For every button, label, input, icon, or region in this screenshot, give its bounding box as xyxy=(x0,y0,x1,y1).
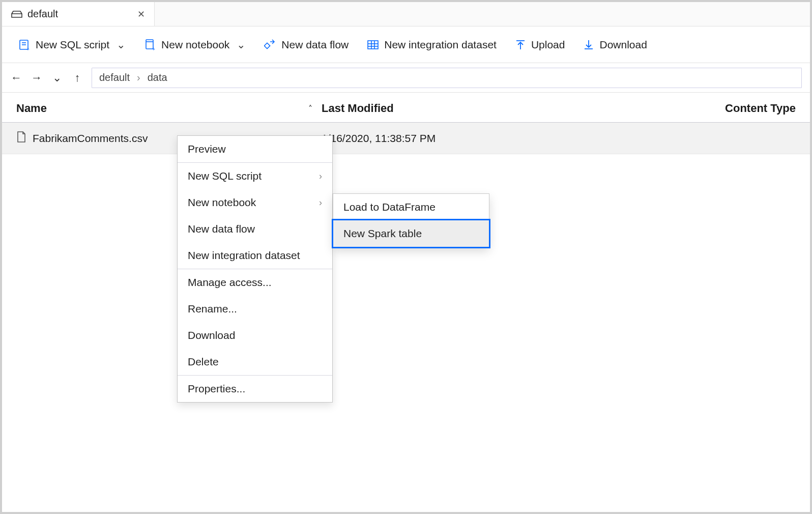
menu-new-integration-dataset[interactable]: New integration dataset xyxy=(178,242,332,269)
upload-button[interactable]: Upload xyxy=(515,39,565,51)
menu-manage-access[interactable]: Manage access... xyxy=(178,269,332,296)
up-button[interactable]: ↑ xyxy=(71,71,83,84)
menu-preview[interactable]: Preview xyxy=(178,136,332,162)
new-integration-dataset-button[interactable]: New integration dataset xyxy=(367,39,497,51)
new-sql-label: New SQL script xyxy=(36,39,109,51)
chevron-right-icon: › xyxy=(137,72,140,83)
tab-bar: default ✕ xyxy=(2,2,810,26)
submenu-new-spark-label: New Spark table xyxy=(343,227,422,239)
notebook-icon: + xyxy=(144,39,156,51)
breadcrumb-segment[interactable]: default xyxy=(99,72,130,83)
forward-button[interactable]: → xyxy=(31,71,43,84)
column-name-label: Name xyxy=(16,102,47,115)
menu-new-integration-label: New integration dataset xyxy=(188,249,300,262)
column-header-name[interactable]: Name ˄ xyxy=(16,102,322,115)
tab-label: default xyxy=(27,8,132,20)
download-icon xyxy=(583,39,594,50)
new-dataflow-label: New data flow xyxy=(281,39,349,51)
menu-new-notebook-label: New notebook xyxy=(188,196,256,209)
menu-manage-access-label: Manage access... xyxy=(188,276,272,289)
menu-new-data-flow[interactable]: New data flow xyxy=(178,216,332,242)
toolbar: + New SQL script ⌄ + New notebook ⌄ New … xyxy=(2,26,810,63)
svg-rect-7 xyxy=(265,43,270,48)
column-modified-label: Last Modified xyxy=(322,102,394,115)
menu-new-notebook[interactable]: New notebook› xyxy=(178,189,332,216)
context-menu: Preview New SQL script› New notebook› Ne… xyxy=(177,135,333,403)
menu-rename-label: Rename... xyxy=(188,303,237,315)
menu-new-sql-label: New SQL script xyxy=(188,170,262,182)
file-icon xyxy=(16,131,26,146)
table-row[interactable]: FabrikamComments.csv 1/16/2020, 11:38:57… xyxy=(2,123,810,154)
chevron-right-icon: › xyxy=(319,197,322,208)
menu-rename[interactable]: Rename... xyxy=(178,296,332,322)
chevron-down-icon: ⌄ xyxy=(237,39,246,51)
nav-row: ← → ⌄ ↑ default › data xyxy=(2,63,810,93)
new-sql-script-button[interactable]: + New SQL script ⌄ xyxy=(18,39,126,51)
chevron-down-icon: ⌄ xyxy=(117,39,126,51)
menu-properties-label: Properties... xyxy=(188,383,245,395)
sql-script-icon: + xyxy=(18,39,31,51)
storage-icon xyxy=(11,10,22,18)
menu-new-sql-script[interactable]: New SQL script› xyxy=(178,163,332,189)
menu-download-label: Download xyxy=(188,329,235,341)
back-button[interactable]: ← xyxy=(10,71,22,84)
new-integration-label: New integration dataset xyxy=(384,39,497,51)
upload-label: Upload xyxy=(531,39,565,51)
breadcrumb[interactable]: default › data xyxy=(92,68,802,88)
chevron-right-icon: › xyxy=(319,171,322,182)
data-flow-icon xyxy=(264,39,276,51)
menu-delete[interactable]: Delete xyxy=(178,349,332,375)
file-modified: 1/16/2020, 11:38:57 PM xyxy=(322,132,436,144)
download-button[interactable]: Download xyxy=(583,39,647,51)
tab-default[interactable]: default ✕ xyxy=(2,2,155,26)
menu-download[interactable]: Download xyxy=(178,322,332,349)
close-icon[interactable]: ✕ xyxy=(137,9,145,20)
submenu-load-to-dataframe[interactable]: Load to DataFrame xyxy=(333,194,489,220)
svg-rect-8 xyxy=(368,41,378,49)
history-dropdown-button[interactable]: ⌄ xyxy=(51,71,63,84)
menu-delete-label: Delete xyxy=(188,356,219,368)
svg-text:+: + xyxy=(152,46,155,51)
integration-dataset-icon xyxy=(367,39,379,50)
menu-new-dataflow-label: New data flow xyxy=(188,223,255,235)
upload-icon xyxy=(515,39,526,50)
new-notebook-label: New notebook xyxy=(161,39,229,51)
submenu-new-notebook: Load to DataFrame New Spark table xyxy=(333,193,489,247)
submenu-load-df-label: Load to DataFrame xyxy=(343,201,436,213)
download-label: Download xyxy=(599,39,647,51)
svg-text:+: + xyxy=(26,46,30,51)
new-data-flow-button[interactable]: New data flow xyxy=(264,39,349,51)
new-notebook-button[interactable]: + New notebook ⌄ xyxy=(144,39,246,51)
submenu-new-spark-table[interactable]: New Spark table xyxy=(333,220,489,247)
column-header-modified[interactable]: Last Modified xyxy=(322,102,694,115)
menu-preview-label: Preview xyxy=(188,143,226,155)
sort-asc-icon: ˄ xyxy=(308,104,312,113)
column-headers: Name ˄ Last Modified Content Type xyxy=(2,93,810,123)
column-type-label: Content Type xyxy=(725,102,796,115)
menu-properties[interactable]: Properties... xyxy=(178,376,332,402)
file-name: FabrikamComments.csv xyxy=(33,132,148,145)
breadcrumb-segment[interactable]: data xyxy=(148,72,167,83)
column-header-type[interactable]: Content Type xyxy=(694,102,796,115)
